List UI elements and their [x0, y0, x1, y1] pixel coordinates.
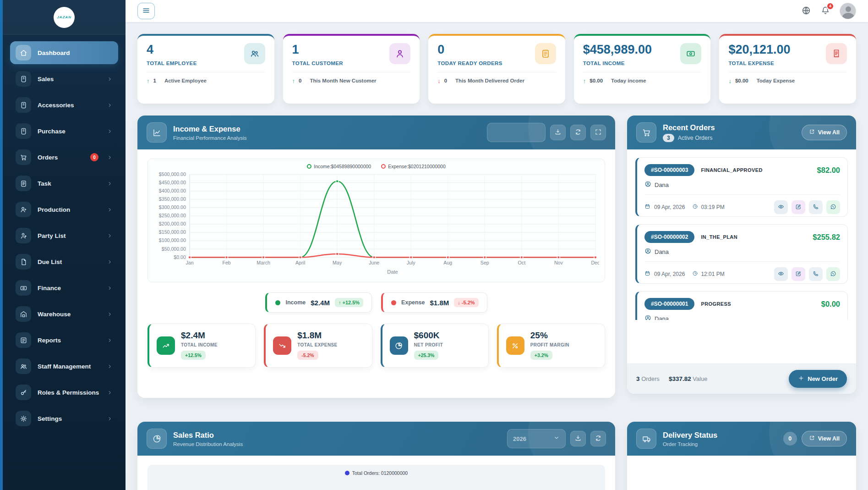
edit-order-button[interactable]: [792, 200, 805, 214]
clipboard-icon: [535, 43, 556, 64]
order-id-pill: #SO-00000001: [644, 298, 694, 310]
edit-order-button[interactable]: [792, 267, 805, 281]
sidebar-item-accessories[interactable]: Accessories: [10, 94, 118, 116]
sidebar-item-orders[interactable]: Orders 0: [10, 146, 118, 169]
fullscreen-button[interactable]: [590, 125, 606, 140]
active-orders-label: Active Orders: [678, 135, 713, 141]
order-card-so-00000003[interactable]: #SO-00000003 FINANCIAL_APPROVED $82.00 D…: [635, 157, 848, 217]
orders-count: 3 Orders: [636, 375, 660, 382]
order-status: FINANCIAL_APPROVED: [701, 167, 762, 173]
orders-list[interactable]: #SO-00000003 FINANCIAL_APPROVED $82.00 D…: [627, 149, 856, 320]
language-button[interactable]: [801, 6, 811, 17]
sidebar-toggle-button[interactable]: [137, 3, 155, 19]
order-customer: Dana: [644, 248, 840, 256]
stat-label: TOTAL EXPENSE: [728, 61, 790, 66]
device-icon: [16, 123, 31, 139]
whatsapp-button[interactable]: [826, 200, 840, 214]
report-icon: [16, 332, 31, 348]
series-value: $2.4M: [311, 299, 330, 307]
sidebar-item-production[interactable]: Production: [10, 198, 118, 221]
clock-icon: [692, 204, 698, 211]
sidebar-item-settings[interactable]: Settings: [10, 407, 118, 430]
stat-card-total-income: $458,989.00 TOTAL INCOME ↑ $0.00 Today i…: [574, 34, 711, 104]
chart-line-icon: [147, 122, 167, 143]
chevron-right-icon: [107, 233, 113, 239]
app-root: JAZAN Dashboard Sales Accessories Purcha…: [0, 0, 868, 490]
svg-text:April: April: [295, 260, 305, 265]
sidebar-item-reports[interactable]: Reports: [10, 329, 118, 352]
sidebar-item-due-list[interactable]: Due List: [10, 250, 118, 273]
phone-icon: [813, 270, 819, 278]
user-avatar[interactable]: [840, 3, 856, 19]
device-icon: [16, 97, 31, 113]
orders-footer: 3 Orders $337.82 Value New Order: [627, 363, 856, 394]
external-link-icon: [809, 435, 815, 442]
income-expense-line-chart[interactable]: $500,000.00$450,000.00$400,000.00$350,00…: [153, 170, 599, 278]
sidebar-item-sales[interactable]: Sales: [10, 67, 118, 90]
trend-down-icon: [273, 336, 291, 355]
svg-text:Jan: Jan: [186, 260, 193, 265]
svg-text:$50,000.00: $50,000.00: [162, 247, 186, 252]
view-all-orders-button[interactable]: View All: [802, 125, 847, 140]
view-order-button[interactable]: [774, 267, 788, 281]
legend-item[interactable]: Expense:$0201210000000: [381, 164, 446, 169]
money-icon: [680, 43, 701, 64]
stat-footer-label: This Month Delivered Order: [455, 78, 524, 83]
calendar-icon: [644, 204, 650, 211]
percent-icon: [506, 336, 524, 355]
external-link-icon: [809, 129, 815, 136]
chevron-right-icon: [107, 363, 113, 369]
refresh-button[interactable]: [590, 431, 606, 446]
company-logo[interactable]: JAZAN: [54, 7, 75, 28]
svg-text:$100,000.00: $100,000.00: [159, 238, 186, 243]
download-button[interactable]: [550, 125, 566, 140]
sidebar-item-staff-management[interactable]: Staff Management: [10, 355, 118, 378]
sidebar-item-label: Sales: [38, 76, 100, 83]
stat-label: TOTAL CUSTOMER: [292, 61, 343, 66]
sales-ratio-chart[interactable]: Total Orders: 0120000000: [147, 465, 605, 490]
sidebar-item-label: Accessories: [38, 102, 100, 109]
panel-subtitle: Financial Performance Analysis: [173, 135, 246, 141]
orders-total-value: $337.82 Value: [669, 375, 708, 382]
summary-pill-row: Income $2.4M ↑ +12.5% Expense $1.8M ↓ -5…: [147, 292, 605, 313]
sidebar-item-task[interactable]: Task: [10, 172, 118, 195]
year-select[interactable]: 2026: [507, 429, 566, 448]
sidebar-item-party-list[interactable]: Party List: [10, 224, 118, 247]
trend-up-icon: [157, 336, 175, 355]
user-icon: [389, 43, 410, 64]
chevron-right-icon: [107, 285, 113, 291]
view-all-deliveries-button[interactable]: View All: [802, 431, 847, 446]
download-button[interactable]: [570, 431, 586, 446]
chart-range-select[interactable]: [487, 123, 546, 142]
whatsapp-icon: [830, 270, 836, 278]
sidebar-item-finance[interactable]: Finance: [10, 276, 118, 299]
order-card-so-00000001[interactable]: #SO-00000001 PROGRESS $0.00 Dana: [635, 291, 848, 320]
key-icon: [16, 385, 31, 400]
svg-text:Feb: Feb: [222, 260, 231, 265]
svg-text:$400,000.00: $400,000.00: [159, 188, 186, 193]
mini-stat-net-profit: $600K NET PROFIT +25.3%: [381, 324, 489, 368]
order-card-so-00000002[interactable]: #SO-00000002 IN_THE_PLAN $255.82 Dana 09…: [635, 224, 848, 284]
calendar-icon: [644, 270, 650, 278]
sidebar-item-purchase[interactable]: Purchase: [10, 120, 118, 143]
view-order-button[interactable]: [774, 200, 788, 214]
sales-ratio-header: Sales Ratio Revenue Distribution Analysi…: [137, 422, 615, 456]
call-customer-button[interactable]: [809, 267, 823, 281]
mini-stat-label: TOTAL EXPENSE: [297, 342, 337, 347]
mini-stat-label: PROFIT MARGIN: [530, 342, 569, 347]
call-customer-button[interactable]: [809, 200, 823, 214]
legend-item[interactable]: Income:$04589890000000: [307, 164, 371, 169]
whatsapp-button[interactable]: [826, 267, 840, 281]
sidebar-item-dashboard[interactable]: Dashboard: [10, 41, 118, 64]
svg-text:Aug: Aug: [443, 260, 452, 265]
sidebar-item-label: Task: [38, 180, 100, 187]
chevron-right-icon: [107, 181, 113, 187]
sidebar-item-warehouse[interactable]: Warehouse: [10, 303, 118, 325]
svg-text:$350,000.00: $350,000.00: [159, 197, 186, 202]
sidebar-item-roles-permissions[interactable]: Roles & Permissions: [10, 381, 118, 404]
clipboard-icon: [16, 176, 31, 191]
new-order-button[interactable]: New Order: [789, 370, 847, 388]
stat-value: 0: [437, 43, 502, 57]
refresh-button[interactable]: [570, 125, 586, 140]
notifications-button[interactable]: 4: [820, 6, 830, 17]
